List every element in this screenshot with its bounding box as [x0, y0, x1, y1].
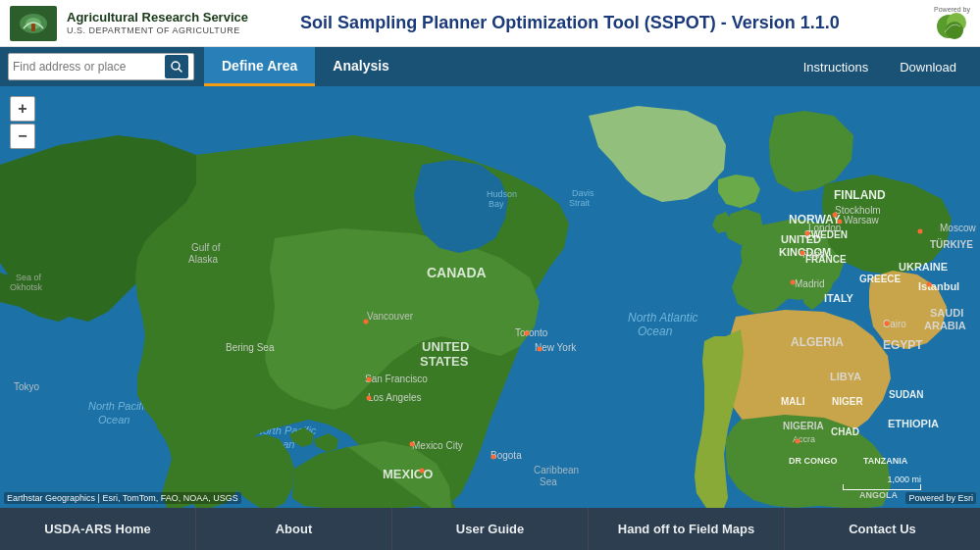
- svg-text:Alaska: Alaska: [188, 254, 218, 265]
- svg-text:DR CONGO: DR CONGO: [789, 456, 838, 466]
- agency-sub: U.S. DEPARTMENT OF AGRICULTURE: [67, 25, 248, 36]
- svg-text:TANZANIA: TANZANIA: [863, 456, 908, 466]
- map-attribution-left: Earthstar Geographics | Esri, TomTom, FA…: [4, 492, 241, 504]
- svg-text:Tokyo: Tokyo: [14, 381, 40, 392]
- search-button[interactable]: [165, 55, 188, 78]
- usda-logo: [10, 6, 57, 41]
- zoom-in-button[interactable]: +: [10, 96, 35, 122]
- svg-point-78: [367, 396, 372, 401]
- svg-text:Caribbean: Caribbean: [534, 465, 579, 475]
- svg-text:Sea: Sea: [540, 476, 557, 487]
- svg-text:Stockholm: Stockholm: [835, 205, 881, 216]
- svg-text:TÜRKIYE: TÜRKIYE: [930, 238, 973, 250]
- svg-text:Los Angeles: Los Angeles: [368, 392, 422, 403]
- scale-bar: 1,000 mi: [843, 475, 921, 490]
- powered-by-label: Powered by: [934, 6, 970, 13]
- svg-text:Madrid: Madrid: [795, 278, 825, 289]
- svg-text:Warsaw: Warsaw: [844, 215, 880, 225]
- svg-point-80: [420, 469, 425, 474]
- scale-bar-line: [843, 484, 921, 490]
- svg-text:North Atlantic: North Atlantic: [628, 311, 698, 325]
- svg-text:MALI: MALI: [781, 396, 805, 407]
- svg-text:NIGER: NIGER: [832, 396, 863, 407]
- svg-text:Gulf of: Gulf of: [191, 242, 221, 253]
- svg-text:Mexico City: Mexico City: [412, 440, 463, 451]
- svg-text:Hudson: Hudson: [487, 189, 517, 199]
- svg-point-86: [838, 220, 843, 225]
- svg-text:Ocean: Ocean: [98, 414, 129, 425]
- svg-text:London: London: [808, 223, 841, 233]
- svg-text:Bering Sea: Bering Sea: [226, 342, 275, 353]
- esri-badge: Powered by: [934, 6, 970, 40]
- app-header: Agricultural Research Service U.S. DEPAR…: [0, 0, 980, 47]
- svg-point-89: [885, 322, 890, 326]
- svg-point-85: [833, 213, 838, 218]
- search-input[interactable]: [13, 60, 165, 74]
- svg-rect-3: [31, 24, 35, 31]
- svg-text:GREECE: GREECE: [859, 274, 902, 284]
- nav-download[interactable]: Download: [884, 47, 972, 86]
- svg-point-76: [538, 347, 542, 352]
- svg-text:North Pacific: North Pacific: [88, 400, 150, 412]
- svg-text:FINLAND: FINLAND: [834, 188, 886, 202]
- svg-point-81: [491, 455, 496, 460]
- svg-point-83: [800, 251, 805, 256]
- svg-point-79: [410, 442, 415, 447]
- search-area[interactable]: [8, 53, 194, 80]
- svg-text:STATES: STATES: [420, 354, 469, 369]
- footer: USDA-ARS Home About User Guide Hand off …: [0, 508, 980, 550]
- svg-text:NIGERIA: NIGERIA: [783, 421, 824, 431]
- svg-text:ARABIA: ARABIA: [924, 320, 966, 331]
- svg-text:Sea of: Sea of: [16, 273, 42, 282]
- svg-point-77: [367, 377, 372, 382]
- svg-text:UKRAINE: UKRAINE: [899, 261, 948, 273]
- esri-logo-area: Powered by: [892, 6, 970, 40]
- app-title: Soil Sampling Planner Optimization Tool …: [248, 13, 892, 33]
- zoom-out-button[interactable]: −: [10, 124, 35, 149]
- svg-text:EGYPT: EGYPT: [883, 338, 923, 352]
- map-container[interactable]: North Atlantic Ocean North Pacific Ocean…: [0, 86, 980, 508]
- svg-text:ALGERIA: ALGERIA: [791, 335, 844, 349]
- agency-text: Agricultural Research Service U.S. DEPAR…: [67, 10, 248, 35]
- svg-point-84: [791, 280, 796, 285]
- svg-text:SAUDI: SAUDI: [930, 307, 963, 319]
- svg-text:LIBYA: LIBYA: [830, 371, 861, 382]
- svg-text:Okhotsk: Okhotsk: [10, 282, 43, 292]
- zoom-controls: + −: [10, 96, 35, 149]
- svg-text:Moscow: Moscow: [940, 223, 976, 233]
- svg-text:ETHIOPIA: ETHIOPIA: [888, 418, 939, 429]
- svg-point-87: [918, 229, 923, 234]
- svg-line-8: [179, 69, 181, 72]
- svg-point-74: [364, 320, 369, 325]
- svg-text:MEXICO: MEXICO: [383, 467, 433, 481]
- logo-area: Agricultural Research Service U.S. DEPAR…: [10, 6, 248, 41]
- footer-link-about[interactable]: About: [196, 508, 392, 550]
- tab-define-area[interactable]: Define Area: [204, 47, 315, 86]
- svg-text:UNITED: UNITED: [422, 339, 469, 354]
- svg-text:CHAD: CHAD: [831, 426, 859, 437]
- footer-link-user-guide[interactable]: User Guide: [392, 508, 589, 550]
- svg-point-90: [796, 439, 800, 444]
- svg-text:Strait: Strait: [569, 198, 591, 208]
- footer-link-usda-ars[interactable]: USDA-ARS Home: [0, 508, 196, 550]
- footer-link-field-maps[interactable]: Hand off to Field Maps: [589, 508, 785, 550]
- svg-text:CANADA: CANADA: [427, 265, 487, 280]
- navbar: Define Area Analysis Instructions Downlo…: [0, 47, 980, 86]
- svg-text:Paris: Paris: [802, 249, 825, 260]
- svg-text:SUDAN: SUDAN: [889, 389, 924, 400]
- scale-bar-label: 1,000 mi: [843, 475, 921, 484]
- svg-text:Istanbul: Istanbul: [918, 280, 959, 292]
- agency-name: Agricultural Research Service: [67, 10, 248, 25]
- footer-link-contact[interactable]: Contact Us: [785, 508, 980, 550]
- svg-text:Davis: Davis: [572, 188, 594, 198]
- svg-text:Vancouver: Vancouver: [367, 311, 414, 322]
- svg-text:Toronto: Toronto: [515, 327, 548, 338]
- svg-text:San Francisco: San Francisco: [365, 374, 428, 384]
- svg-point-88: [927, 282, 932, 287]
- nav-instructions[interactable]: Instructions: [788, 47, 884, 86]
- map-attribution-right: Powered by Esri: [905, 492, 976, 504]
- tab-analysis[interactable]: Analysis: [315, 47, 407, 86]
- svg-text:ITALY: ITALY: [824, 292, 854, 304]
- nav-right: Instructions Download: [788, 47, 972, 86]
- svg-text:Bay: Bay: [489, 199, 504, 209]
